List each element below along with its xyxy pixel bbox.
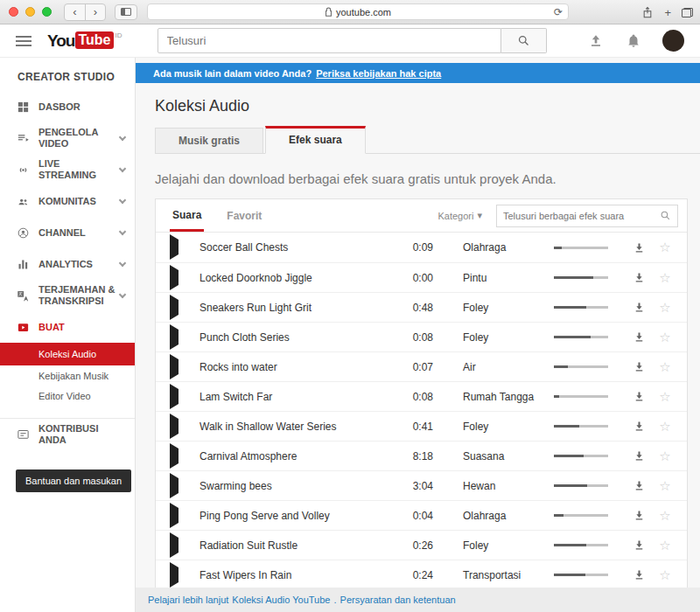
download-button[interactable] bbox=[624, 420, 654, 433]
account-avatar[interactable] bbox=[662, 30, 684, 52]
play-button[interactable] bbox=[170, 389, 200, 405]
tab-efek-suara[interactable]: Efek suara bbox=[265, 126, 366, 154]
download-button[interactable] bbox=[624, 330, 654, 344]
upload-icon[interactable] bbox=[587, 32, 605, 50]
footer-link-terms[interactable]: Persyaratan dan ketentuan bbox=[340, 595, 456, 605]
sound-effect-row: Ping Pong Serve and Volley 0:04 Olahraga… bbox=[156, 500, 687, 530]
zoom-window-button[interactable] bbox=[42, 7, 52, 17]
menu-icon[interactable] bbox=[16, 36, 32, 46]
tab-suara[interactable]: Suara bbox=[170, 199, 204, 232]
sidebar-item-buat[interactable]: BUAT bbox=[0, 311, 135, 343]
download-icon bbox=[633, 479, 646, 492]
sound-category-link[interactable]: Foley bbox=[463, 421, 554, 433]
sidebar-subitem-editor-video[interactable]: Editor Video bbox=[0, 386, 135, 406]
play-button[interactable] bbox=[170, 538, 200, 553]
download-button[interactable] bbox=[624, 479, 654, 492]
play-button[interactable] bbox=[170, 449, 200, 464]
live-streaming-icon bbox=[16, 163, 31, 177]
sound-title: Lam Switch Far bbox=[200, 391, 398, 403]
sound-category-link[interactable]: Foley bbox=[463, 302, 554, 314]
youtube-logo[interactable]: You Tube ID bbox=[47, 31, 122, 51]
favorite-star-icon[interactable]: ☆ bbox=[654, 389, 676, 405]
favorite-star-icon[interactable]: ☆ bbox=[654, 478, 676, 494]
copyright-banner[interactable]: Ada musik lain dalam video Anda? Periksa… bbox=[136, 63, 700, 83]
favorite-star-icon[interactable]: ☆ bbox=[654, 538, 676, 553]
play-button[interactable] bbox=[170, 419, 200, 435]
sound-category-link[interactable]: Transportasi bbox=[463, 569, 554, 581]
sidebar-item-pengelola-video[interactable]: PENGELOLA VIDEO bbox=[0, 122, 135, 154]
favorite-star-icon[interactable]: ☆ bbox=[654, 330, 676, 345]
favorite-star-icon[interactable]: ☆ bbox=[654, 419, 676, 435]
download-button[interactable] bbox=[624, 568, 654, 581]
download-button[interactable] bbox=[624, 301, 654, 314]
page-title: Koleksi Audio bbox=[155, 97, 700, 115]
minimize-window-button[interactable] bbox=[25, 7, 35, 17]
play-button[interactable] bbox=[170, 359, 200, 375]
play-button[interactable] bbox=[170, 567, 200, 583]
back-button[interactable]: ‹ bbox=[65, 4, 85, 20]
sound-duration: 0:08 bbox=[398, 391, 433, 403]
category-filter-dropdown[interactable]: Kategori ▾ bbox=[438, 210, 482, 221]
sound-category-link[interactable]: Olahraga bbox=[463, 510, 554, 522]
sidebar-item-dasbor[interactable]: DASBOR bbox=[0, 91, 135, 122]
sidebar-subitem-koleksi-audio[interactable]: Koleksi Audio bbox=[0, 343, 135, 365]
favorite-star-icon[interactable]: ☆ bbox=[654, 359, 676, 375]
download-button[interactable] bbox=[624, 509, 654, 522]
play-button[interactable] bbox=[170, 508, 200, 524]
sidebar-item-terjemahan[interactable]: TERJEMAHAN & TRANSKRIPSI bbox=[0, 280, 135, 311]
banner-link[interactable]: Periksa kebijakan hak cipta bbox=[316, 68, 441, 79]
search-input[interactable] bbox=[158, 28, 501, 53]
sound-category-link[interactable]: Air bbox=[463, 361, 554, 373]
sidebar-item-kontribusi-anda[interactable]: KONTRIBUSI ANDA bbox=[0, 419, 135, 450]
sound-title: Soccer Ball Chests bbox=[200, 241, 398, 254]
download-button[interactable] bbox=[624, 390, 654, 403]
sound-category-link[interactable]: Olahraga bbox=[463, 241, 554, 254]
download-button[interactable] bbox=[624, 539, 654, 552]
play-button[interactable] bbox=[170, 478, 200, 494]
search-button[interactable] bbox=[501, 28, 547, 53]
share-icon[interactable] bbox=[641, 6, 654, 18]
sidebar-item-komunitas[interactable]: KOMUNITAS bbox=[0, 185, 135, 217]
play-button[interactable] bbox=[170, 240, 200, 255]
sidebar-item-analytics[interactable]: ANALYTICS bbox=[0, 248, 135, 280]
play-button[interactable] bbox=[170, 300, 200, 316]
footer-link-audio-library[interactable]: Koleksi Audio YouTube bbox=[232, 595, 330, 605]
play-icon bbox=[170, 384, 178, 409]
forward-button[interactable]: › bbox=[85, 4, 105, 20]
play-icon bbox=[170, 324, 178, 350]
notifications-bell-icon[interactable] bbox=[626, 33, 641, 49]
favorite-star-icon[interactable]: ☆ bbox=[654, 449, 676, 464]
effects-search-input[interactable] bbox=[503, 211, 660, 221]
download-button[interactable] bbox=[624, 360, 654, 373]
sidebar-item-channel[interactable]: CHANNEL bbox=[0, 217, 135, 248]
sound-category-link[interactable]: Foley bbox=[463, 539, 554, 552]
help-feedback-button[interactable]: Bantuan dan masukan bbox=[16, 469, 131, 492]
favorite-star-icon[interactable]: ☆ bbox=[654, 567, 676, 583]
sound-category-link[interactable]: Rumah Tangga bbox=[463, 391, 554, 403]
sidebar-toggle-button[interactable] bbox=[115, 4, 137, 20]
close-window-button[interactable] bbox=[9, 7, 18, 17]
favorite-star-icon[interactable]: ☆ bbox=[654, 300, 676, 316]
sound-category-link[interactable]: Suasana bbox=[463, 450, 554, 462]
reload-button[interactable]: ⟳ bbox=[554, 7, 563, 17]
tab-overview-icon[interactable] bbox=[682, 8, 693, 17]
tab-favorit[interactable]: Favorit bbox=[227, 210, 262, 222]
play-icon bbox=[170, 562, 178, 588]
sidebar-subitem-kebijakan-musik[interactable]: Kebijakan Musik bbox=[0, 365, 135, 386]
sound-category-link[interactable]: Hewan bbox=[463, 480, 554, 492]
download-button[interactable] bbox=[624, 241, 654, 254]
favorite-star-icon[interactable]: ☆ bbox=[654, 270, 676, 286]
download-button[interactable] bbox=[624, 449, 654, 462]
tab-musik-gratis[interactable]: Musik gratis bbox=[155, 128, 263, 153]
play-button[interactable] bbox=[170, 270, 200, 286]
download-button[interactable] bbox=[624, 271, 654, 284]
sidebar-item-live-streaming[interactable]: LIVE STREAMING bbox=[0, 154, 135, 185]
play-button[interactable] bbox=[170, 330, 200, 345]
sound-category-link[interactable]: Pintu bbox=[463, 272, 554, 284]
address-bar[interactable]: youtube.com ⟳ bbox=[147, 3, 569, 20]
sound-category-link[interactable]: Foley bbox=[463, 331, 554, 344]
favorite-star-icon[interactable]: ☆ bbox=[654, 240, 676, 255]
logo-tube-text: Tube bbox=[75, 31, 113, 49]
favorite-star-icon[interactable]: ☆ bbox=[654, 508, 676, 524]
new-tab-button[interactable]: + bbox=[664, 6, 671, 19]
